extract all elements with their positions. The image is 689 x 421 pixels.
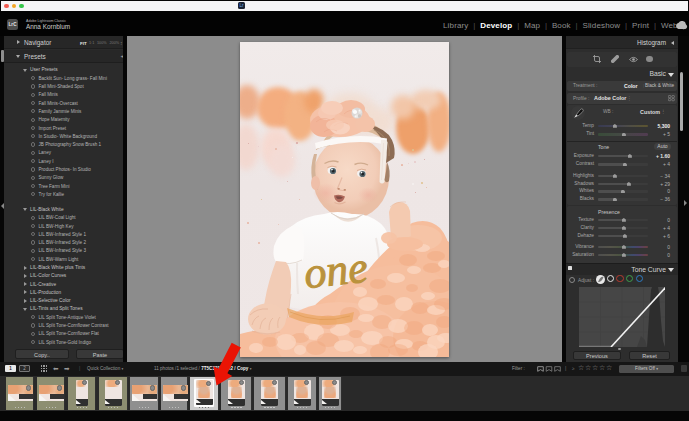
svg-text:one: one bbox=[302, 243, 370, 298]
